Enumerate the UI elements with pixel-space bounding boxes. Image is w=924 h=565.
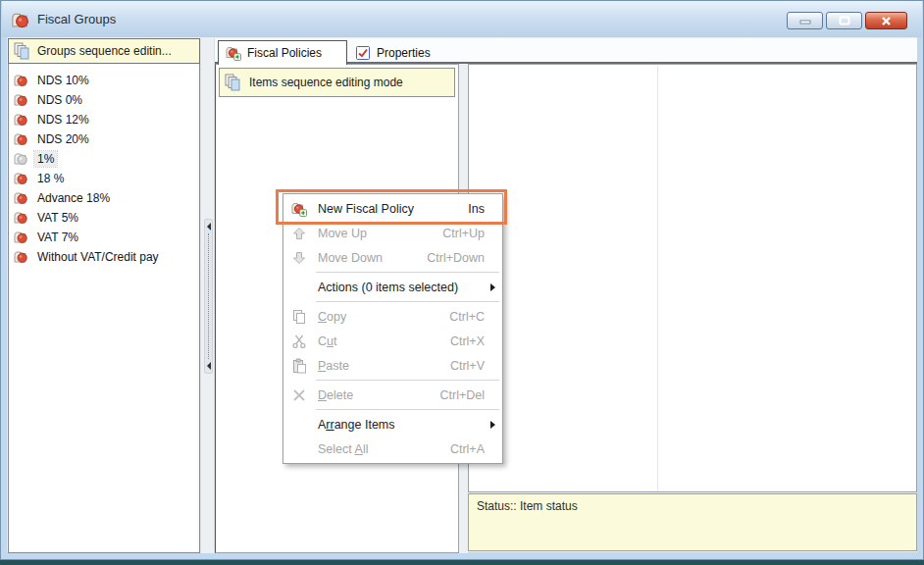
close-button[interactable] — [865, 12, 907, 29]
menu-item: DeleteCtrl+Del — [283, 383, 502, 407]
minimize-icon — [799, 17, 811, 26]
list-item[interactable]: 1% — [9, 149, 199, 169]
list-item[interactable]: VAT 7% — [9, 228, 199, 247]
list-item[interactable]: VAT 5% — [9, 208, 199, 228]
panel-splitter[interactable] — [200, 38, 215, 553]
new-fiscal-policy-icon — [291, 201, 307, 217]
menu-item-shortcut: Ctrl+Up — [442, 227, 485, 240]
fiscal-group-icon — [14, 190, 29, 206]
list-item[interactable]: 18 % — [9, 169, 199, 188]
menu-item-label: New Fiscal Policy — [318, 202, 414, 216]
fiscal-group-icon — [14, 210, 29, 226]
fiscal-group-muted-icon — [14, 151, 29, 167]
move-down-icon — [291, 250, 307, 266]
titlebar[interactable]: Fiscal Groups — [2, 1, 922, 37]
tab-fiscal-policies[interactable]: Fiscal Policies — [218, 40, 347, 65]
menu-item-label: Delete — [318, 388, 353, 402]
menu-item-label: Actions (0 items selected) — [318, 281, 458, 294]
tab-properties-label: Properties — [377, 46, 431, 60]
splitter-collapse-handle[interactable] — [204, 219, 213, 374]
list-item-label: Advance 18% — [34, 190, 113, 206]
list-item[interactable]: NDS 20% — [9, 129, 199, 149]
properties-checkbox-icon — [355, 45, 371, 61]
menu-item-label: Cut — [318, 334, 336, 348]
paste-icon — [291, 358, 307, 374]
items-panel-header-label: Items sequence editing mode — [249, 76, 403, 89]
menu-item-label: Arrange Items — [318, 418, 395, 432]
menu-item[interactable]: New Fiscal PolicyIns — [283, 196, 502, 221]
copy-icon — [291, 309, 307, 325]
list-item-label: NDS 12% — [34, 112, 92, 128]
maximize-button[interactable] — [826, 12, 862, 29]
menu-item-shortcut: Ctrl+Down — [427, 251, 485, 265]
splitter-dots — [208, 233, 209, 359]
detail-panel — [468, 64, 917, 492]
menu-item-label: Select All — [318, 442, 368, 456]
menu-separator — [316, 301, 499, 302]
submenu-arrow-icon — [490, 421, 495, 429]
fiscal-group-icon — [14, 131, 29, 147]
menu-item-shortcut: Ins — [468, 202, 485, 216]
menu-item: Select AllCtrl+A — [283, 437, 502, 461]
menu-item-icon-slot — [285, 201, 312, 217]
menu-item: CopyCtrl+C — [283, 304, 502, 329]
sequence-pages-icon — [14, 42, 31, 60]
list-item[interactable]: Advance 18% — [9, 188, 199, 208]
list-item-label: NDS 0% — [34, 92, 85, 108]
menu-item-shortcut: Ctrl+Del — [440, 388, 486, 402]
menu-item-label: Move Down — [318, 251, 383, 265]
window-controls — [787, 12, 907, 29]
fiscal-policy-icon — [226, 45, 241, 61]
menu-item-icon-slot — [285, 334, 312, 349]
fiscal-group-icon — [14, 171, 29, 186]
menu-item[interactable]: Actions (0 items selected) — [283, 275, 502, 299]
status-text: Status:: Item status — [477, 499, 578, 513]
list-item-label: 18 % — [34, 171, 67, 186]
menu-item-icon-slot — [285, 250, 312, 266]
status-box: Status:: Item status — [468, 493, 917, 551]
list-item-label: VAT 5% — [34, 210, 81, 226]
menu-item-icon-slot — [285, 387, 312, 403]
chevron-left-icon — [207, 223, 211, 231]
app-icon — [11, 10, 30, 29]
fiscal-group-icon — [14, 73, 29, 88]
list-item[interactable]: NDS 12% — [9, 110, 199, 129]
context-menu: New Fiscal PolicyInsMove UpCtrl+UpMove D… — [282, 193, 503, 464]
window-title: Fiscal Groups — [37, 12, 116, 26]
list-item-label: 1% — [34, 151, 57, 167]
menu-item-label: Move Up — [318, 227, 367, 240]
menu-item-icon-slot — [285, 309, 312, 325]
menu-item-shortcut: Ctrl+C — [449, 310, 485, 324]
menu-item: CutCtrl+X — [283, 329, 502, 353]
list-item[interactable]: NDS 10% — [9, 71, 199, 90]
menu-item: Move UpCtrl+Up — [283, 221, 502, 245]
screen: Fiscal Groups Groups sequence editin... — [0, 0, 924, 565]
menu-item-icon-slot — [285, 358, 312, 374]
close-icon — [881, 16, 892, 26]
maximize-icon — [839, 16, 850, 26]
list-item[interactable]: Without VAT/Credit pay — [9, 247, 199, 267]
menu-item-label: Copy — [318, 310, 346, 324]
fiscal-group-icon — [14, 230, 29, 245]
fiscal-group-icon — [14, 249, 29, 265]
cut-icon — [291, 334, 307, 349]
items-panel-header: Items sequence editing mode — [219, 68, 455, 97]
menu-item-icon-slot — [285, 226, 312, 241]
delete-icon — [291, 387, 307, 403]
groups-panel-header: Groups sequence editin... — [8, 38, 200, 64]
menu-item[interactable]: Arrange Items — [283, 412, 502, 437]
menu-separator — [316, 409, 499, 410]
menu-item: PasteCtrl+V — [283, 353, 502, 378]
list-item-label: Without VAT/Credit pay — [34, 249, 162, 265]
move-up-icon — [291, 226, 307, 241]
tab-fiscal-policies-label: Fiscal Policies — [247, 46, 322, 60]
menu-item-label: Paste — [318, 359, 349, 373]
menu-separator — [316, 272, 499, 273]
fiscal-groups-list[interactable]: NDS 10%NDS 0%NDS 12%NDS 20%1%18 %Advance… — [8, 63, 200, 553]
tab-properties[interactable]: Properties — [349, 43, 443, 62]
menu-item: Move DownCtrl+Down — [283, 245, 502, 270]
list-item[interactable]: NDS 0% — [9, 90, 199, 110]
list-item-label: NDS 20% — [34, 131, 92, 147]
chevron-left-icon — [207, 362, 211, 370]
minimize-button[interactable] — [787, 12, 823, 29]
